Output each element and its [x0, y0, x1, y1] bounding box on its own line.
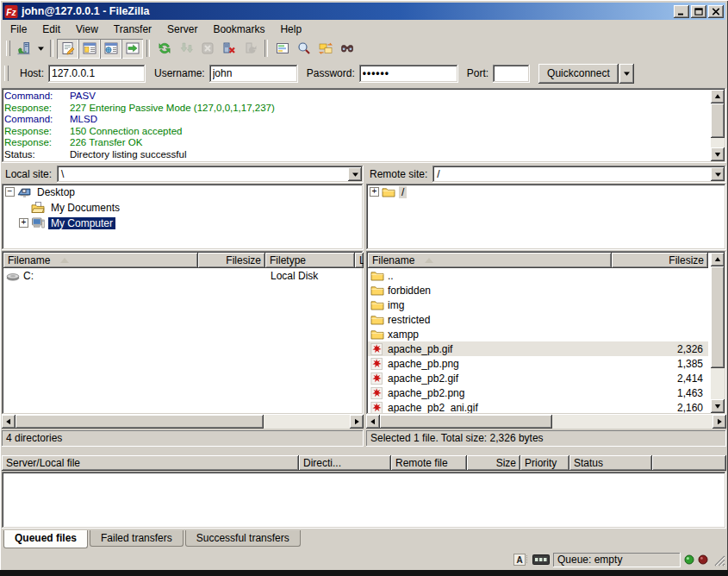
- scroll-thumb[interactable]: [380, 415, 552, 429]
- local-site-dropdown-button[interactable]: [348, 167, 362, 181]
- host-label: Host:: [20, 67, 44, 79]
- column-header-server-local-file[interactable]: Server/Local file: [2, 455, 299, 471]
- close-button[interactable]: [708, 5, 724, 18]
- scroll-right-button[interactable]: [712, 415, 726, 429]
- menu-bookmarks[interactable]: Bookmarks: [205, 22, 272, 37]
- file-row[interactable]: apache_pb2.gif2,414: [368, 371, 708, 385]
- column-header-priority[interactable]: Priority: [520, 455, 569, 471]
- port-input[interactable]: [493, 65, 530, 83]
- local-horizontal-scrollbar[interactable]: [2, 415, 364, 429]
- menu-file[interactable]: File: [3, 22, 34, 37]
- menu-view[interactable]: View: [68, 22, 106, 37]
- site-manager-dropdown-button[interactable]: [34, 39, 47, 59]
- remote-vertical-scrollbar[interactable]: [711, 253, 725, 413]
- file-row[interactable]: apache_pb.gif2,326: [368, 341, 708, 356]
- quickconnect-dropdown-button[interactable]: [619, 64, 634, 84]
- local-site-combobox[interactable]: \: [57, 166, 364, 183]
- file-name: img: [388, 299, 404, 311]
- scroll-up-button[interactable]: [711, 253, 725, 266]
- resize-grip[interactable]: [712, 553, 725, 567]
- column-header-filename[interactable]: Filename: [368, 253, 612, 268]
- maximize-icon: [694, 8, 703, 16]
- menu-transfer[interactable]: Transfer: [106, 22, 159, 37]
- tab-queued-files[interactable]: Queued files: [3, 530, 88, 548]
- log-line-text: 226 Transfer OK: [70, 137, 142, 149]
- menu-server[interactable]: Server: [159, 22, 205, 37]
- tree-item[interactable]: +/: [366, 184, 726, 199]
- file-row[interactable]: img: [368, 297, 708, 312]
- toggle-remote-tree-button[interactable]: [100, 39, 121, 59]
- remote-site-dropdown-button[interactable]: [711, 167, 725, 181]
- cancel-operation-button[interactable]: [196, 39, 218, 59]
- remote-horizontal-scrollbar[interactable]: [366, 415, 726, 429]
- scroll-thumb[interactable]: [16, 415, 264, 429]
- log-scrollbar[interactable]: [711, 90, 725, 161]
- scroll-thumb[interactable]: [711, 266, 725, 368]
- refresh-button[interactable]: [153, 39, 175, 59]
- expander-minus-icon[interactable]: −: [5, 187, 15, 197]
- minimize-button[interactable]: [674, 5, 689, 18]
- file-row[interactable]: ..: [368, 268, 708, 283]
- scroll-thumb[interactable]: [711, 103, 725, 138]
- tab-failed-transfers[interactable]: Failed transfers: [90, 530, 184, 547]
- column-header-[interactable]: [652, 455, 726, 471]
- tree-item[interactable]: +My Computer: [2, 215, 364, 230]
- tree-item[interactable]: My Documents: [2, 199, 364, 215]
- scroll-left-button[interactable]: [366, 415, 380, 429]
- column-header-filetype[interactable]: Filetype: [265, 253, 355, 268]
- host-input[interactable]: [48, 65, 146, 83]
- scroll-up-button[interactable]: [711, 90, 725, 103]
- toggle-local-tree-button[interactable]: [78, 39, 100, 59]
- log-line-label: Command:: [4, 91, 70, 103]
- title-bar[interactable]: Fz john@127.0.0.1 - FileZilla: [3, 3, 725, 20]
- column-header-filesize[interactable]: Filesize: [198, 253, 265, 268]
- column-header-l[interactable]: L: [355, 253, 364, 268]
- scroll-left-button[interactable]: [2, 415, 16, 429]
- password-input[interactable]: [359, 65, 458, 83]
- username-input[interactable]: [209, 65, 298, 83]
- column-header-filename[interactable]: Filename: [3, 253, 198, 268]
- column-header-label: Filetype: [270, 254, 306, 266]
- expander-plus-icon[interactable]: +: [370, 187, 379, 197]
- find-files-button[interactable]: [336, 39, 358, 59]
- scroll-right-button[interactable]: [350, 415, 364, 429]
- scroll-down-button[interactable]: [711, 147, 725, 161]
- tab-successful-transfers[interactable]: Successful transfers: [185, 530, 301, 547]
- synchronized-browsing-button[interactable]: [314, 39, 336, 59]
- disconnect-button[interactable]: [218, 39, 240, 59]
- file-row[interactable]: apache_pb.png1,385: [368, 356, 708, 371]
- column-header-status[interactable]: Status: [569, 455, 652, 471]
- quickconnect-grip[interactable]: [4, 66, 9, 81]
- file-name: C:: [23, 270, 34, 282]
- expander-plus-icon[interactable]: +: [19, 218, 28, 228]
- file-row[interactable]: xampp: [368, 327, 708, 341]
- toggle-transfer-queue-button[interactable]: [121, 39, 143, 59]
- file-row[interactable]: restricted: [368, 312, 708, 327]
- column-header-remote-file[interactable]: Remote file: [391, 455, 467, 471]
- file-row[interactable]: apache_pb2_ani.gif2,160: [368, 400, 708, 413]
- column-header-directi-[interactable]: Directi...: [299, 455, 391, 471]
- reconnect-button[interactable]: [240, 39, 261, 59]
- column-header-size[interactable]: Size: [467, 455, 520, 471]
- file-row[interactable]: forbidden: [368, 283, 708, 297]
- filter-button[interactable]: [271, 39, 293, 59]
- file-row[interactable]: apache_pb2.png1,463: [368, 385, 708, 400]
- image-file-icon: [370, 357, 384, 371]
- process-queue-button[interactable]: [175, 39, 196, 59]
- toolbar-grip[interactable]: [6, 41, 10, 56]
- menu-edit[interactable]: Edit: [34, 22, 68, 37]
- file-row[interactable]: C:Local Disk: [3, 268, 362, 283]
- scroll-down-button[interactable]: [711, 399, 725, 413]
- log-line-label: Command:: [4, 114, 70, 126]
- remote-list-header: FilenameFilesize: [368, 253, 708, 268]
- file-name-cell: apache_pb2.gif: [368, 372, 612, 385]
- quickconnect-button[interactable]: Quickconnect: [538, 64, 619, 84]
- toggle-message-log-button[interactable]: [57, 39, 78, 59]
- tree-item[interactable]: −Desktop: [2, 184, 364, 199]
- site-manager-button[interactable]: [13, 39, 34, 59]
- column-header-filesize[interactable]: Filesize: [612, 253, 708, 268]
- remote-site-combobox[interactable]: /: [432, 166, 726, 183]
- menu-help[interactable]: Help: [272, 22, 309, 37]
- directory-comparison-button[interactable]: [293, 39, 314, 59]
- maximize-button[interactable]: [691, 5, 706, 18]
